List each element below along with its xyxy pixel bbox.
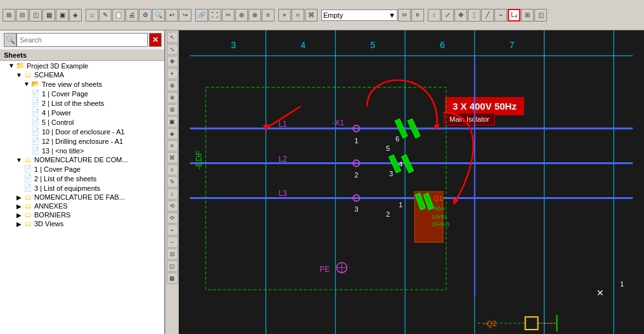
vt-btn-21[interactable]: ▦	[167, 273, 178, 284]
vt-btn-8[interactable]: ▣	[167, 116, 178, 127]
tree-item-cover1[interactable]: 📄 1 | Cover Page	[0, 89, 164, 98]
toolbar-btn-extra1[interactable]: ⊞	[521, 9, 534, 22]
tree-item-list-sheets2[interactable]: 📄 2 | List of the sheets	[0, 174, 164, 183]
toolbar-btn-16[interactable]: ⛶	[209, 9, 221, 22]
tree-item-drilling[interactable]: 📄 12 | Drilling enclosure - A1	[0, 136, 164, 146]
toolbar-btn-zoom[interactable]: ⤢	[441, 9, 454, 22]
vt-btn-10[interactable]: ≡	[167, 140, 178, 151]
toolbar-btn-2[interactable]: ⊟	[16, 9, 29, 22]
tree-item-project[interactable]: ▼ 📁 Project 3D Example	[0, 61, 164, 70]
toolbar-btn-21[interactable]: ⌖	[278, 9, 291, 22]
vt-btn-19[interactable]: ⊟	[167, 248, 178, 260]
toolbar-btn-m[interactable]: M	[398, 9, 411, 22]
toggle-project[interactable]: ▼	[8, 62, 15, 69]
project-icon: 📁	[15, 61, 25, 70]
toolbar-btn-15[interactable]: 🔗	[195, 9, 208, 22]
toolbar-btn-22[interactable]: ⌗	[292, 9, 304, 22]
3dviews-icon: 🗂	[23, 220, 33, 228]
vt-btn-13[interactable]: ✎	[167, 176, 178, 188]
svg-rect-10	[206, 87, 446, 290]
annexes-icon: 🗂	[23, 202, 33, 210]
tree-item-borniers[interactable]: ▶ 🗂 BORNIERS	[0, 210, 164, 219]
tree-item-list-equip[interactable]: 📄 3 | List of equipments	[0, 183, 164, 193]
tree-item-notitle[interactable]: 📄 13 | <no title>	[0, 146, 164, 155]
vt-btn-16[interactable]: ⟳	[167, 212, 178, 224]
canvas-area[interactable]: 3 X 400V 50Hz Main Isolator 3 4 5 6 7	[179, 30, 644, 334]
toolbar-btn-23[interactable]: ⌘	[305, 9, 318, 22]
tree-item-annexes[interactable]: ▶ 🗂 ANNEXES	[0, 202, 164, 210]
toolbar-btn-4[interactable]: ▦	[42, 9, 55, 22]
vt-btn-20[interactable]: ◱	[167, 260, 178, 272]
vt-btn-5[interactable]: ⊕	[167, 80, 178, 91]
tree-item-schema[interactable]: ▼ 🗂 SCHEMA	[0, 70, 164, 79]
vt-btn-12[interactable]: ⌗	[167, 164, 178, 176]
toolbar-btn-14[interactable]: ↪	[179, 9, 191, 22]
vt-btn-2[interactable]: ⤡	[167, 44, 178, 55]
col-7-label: 7	[510, 40, 515, 50]
toolbar-btn-b[interactable]: B	[411, 9, 424, 22]
toolbar-btn-3[interactable]: ◫	[29, 9, 42, 22]
vt-btn-15[interactable]: ⟲	[167, 200, 178, 212]
vt-btn-4[interactable]: ⌖	[167, 68, 178, 79]
q1-of: OF/6-3	[432, 221, 449, 228]
vt-btn-6[interactable]: ⊗	[167, 92, 178, 103]
toolbar-btn-8[interactable]: ✎	[99, 9, 112, 22]
vt-btn-17[interactable]: ⌁	[167, 224, 178, 236]
vt-btn-1[interactable]: ↖	[167, 32, 178, 43]
treeview-icon: 📂	[30, 80, 41, 88]
col-3-label: 3	[231, 40, 236, 50]
tree-item-control[interactable]: 📄 5 | Control	[0, 117, 164, 127]
tree-item-treeview[interactable]: ▼ 📂 Tree view of sheets	[0, 79, 164, 89]
tree-item-3dviews[interactable]: ▶ 🗂 3D Views	[0, 219, 164, 228]
toolbar-btn-line[interactable]: ╱	[481, 9, 494, 22]
toolbar-btn-1[interactable]: ⊞	[3, 9, 15, 22]
toolbar-btn-13[interactable]: ↩	[165, 9, 178, 22]
arrow-3-head	[453, 198, 459, 205]
toolbar-btn-extra2[interactable]: ◫	[534, 9, 547, 22]
toolbar-btn-6[interactable]: ◈	[69, 9, 82, 22]
toggle-annexes[interactable]: ▶	[15, 203, 23, 210]
vt-btn-14[interactable]: ↕	[167, 188, 178, 200]
num-5: 5	[386, 145, 390, 152]
empty-dropdown[interactable]: Empty ▼	[321, 10, 397, 21]
q2-symbol	[525, 317, 538, 330]
vt-btn-7[interactable]: ⊞	[167, 104, 178, 115]
tree-item-door[interactable]: 📄 10 | Door of enclosure - A1	[0, 127, 164, 136]
tree-item-cover2[interactable]: 📄 1 | Cover Page	[0, 164, 164, 174]
tree-item-nomcom[interactable]: ▼ 🗂 NOMENCLATURE DE COM...	[0, 155, 164, 164]
doc-icon-notitle: 📄	[30, 146, 41, 155]
search-icon-btn[interactable]: 🔍	[4, 33, 16, 47]
toolbar-btn-arrow[interactable]: ↕	[428, 9, 441, 22]
toolbar-btn-11[interactable]: ⚙	[139, 9, 151, 22]
tree-item-power[interactable]: 📄 4 | Power	[0, 108, 164, 117]
toggle-nomfab[interactable]: ▶	[15, 194, 23, 201]
toolbar-btn-cursor[interactable]: ⌶	[468, 9, 480, 22]
toolbar-btn-active[interactable]: L₄	[508, 9, 520, 22]
toggle-nomcom[interactable]: ▼	[15, 157, 23, 164]
vt-btn-11[interactable]: ⌘	[167, 152, 178, 164]
toggle-schema[interactable]: ▼	[15, 72, 23, 79]
search-input[interactable]	[16, 33, 148, 47]
toolbar-btn-12[interactable]: 🔍	[152, 9, 165, 22]
toolbar-btn-18[interactable]: ⊕	[235, 9, 248, 22]
toolbar-btn-pan[interactable]: ✥	[454, 9, 467, 22]
doc-icon-drilling: 📄	[30, 137, 41, 145]
toggle-3dviews[interactable]: ▶	[15, 221, 23, 228]
toolbar-btn-9[interactable]: 📋	[112, 9, 125, 22]
tree-item-list-sheets[interactable]: 📄 2 | List of the sheets	[0, 98, 164, 108]
toolbar-btn-7[interactable]: ⌂	[86, 9, 98, 22]
vt-btn-18[interactable]: ↔	[167, 236, 178, 248]
toolbar-btn-17[interactable]: ✂	[222, 9, 235, 22]
left-panel: 🔍 ✕ Sheets ▼ 📁 Project 3D Example ▼ 🗂 SC…	[0, 30, 165, 334]
toolbar-btn-20[interactable]: ≡	[262, 9, 274, 22]
toggle-treeview[interactable]: ▼	[23, 80, 30, 87]
toolbar-btn-10[interactable]: 🖨	[126, 9, 138, 22]
toolbar-btn-wire[interactable]: ⌁	[494, 9, 507, 22]
vt-btn-9[interactable]: ◈	[167, 128, 178, 139]
toolbar-btn-5[interactable]: ▣	[56, 9, 68, 22]
tree-item-nomfab[interactable]: ▶ 🗂 NOMENCLATURE DE FAB...	[0, 193, 164, 202]
vt-btn-3[interactable]: ✥	[167, 56, 178, 67]
toggle-borniers[interactable]: ▶	[15, 212, 23, 219]
toolbar-btn-19[interactable]: ⊗	[248, 9, 261, 22]
search-close-btn[interactable]: ✕	[149, 33, 162, 47]
